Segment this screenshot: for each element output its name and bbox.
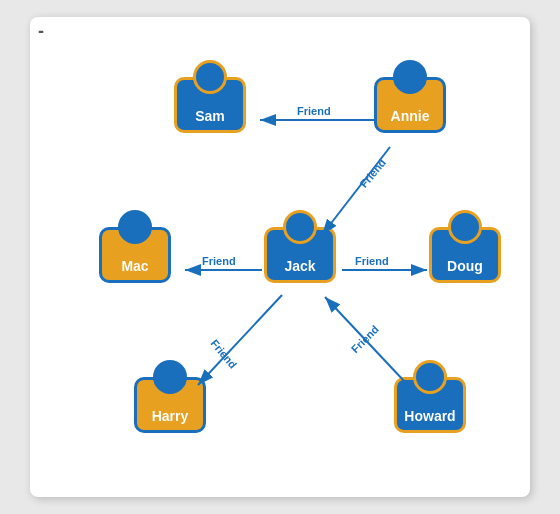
label-jack-doug: Friend <box>355 255 389 267</box>
node-howard[interactable]: Howard <box>390 377 470 433</box>
node-jack[interactable]: Jack <box>260 227 340 283</box>
label-jack-harry: Friend <box>208 337 239 370</box>
minus-button[interactable]: - <box>38 21 44 42</box>
node-annie[interactable]: Annie <box>370 77 450 133</box>
node-sam[interactable]: Sam <box>170 77 250 133</box>
network-graph: - Sam Annie Mac Jack Doug <box>30 17 530 497</box>
label-jack-mac: Friend <box>202 255 236 267</box>
label-annie-sam: Friend <box>297 105 331 117</box>
node-harry[interactable]: Harry <box>130 377 210 433</box>
node-doug[interactable]: Doug <box>425 227 505 283</box>
node-mac[interactable]: Mac <box>95 227 175 283</box>
svg-line-5 <box>198 295 282 385</box>
label-howard-jack: Friend <box>349 323 381 355</box>
label-annie-jack: Friend <box>357 156 388 189</box>
